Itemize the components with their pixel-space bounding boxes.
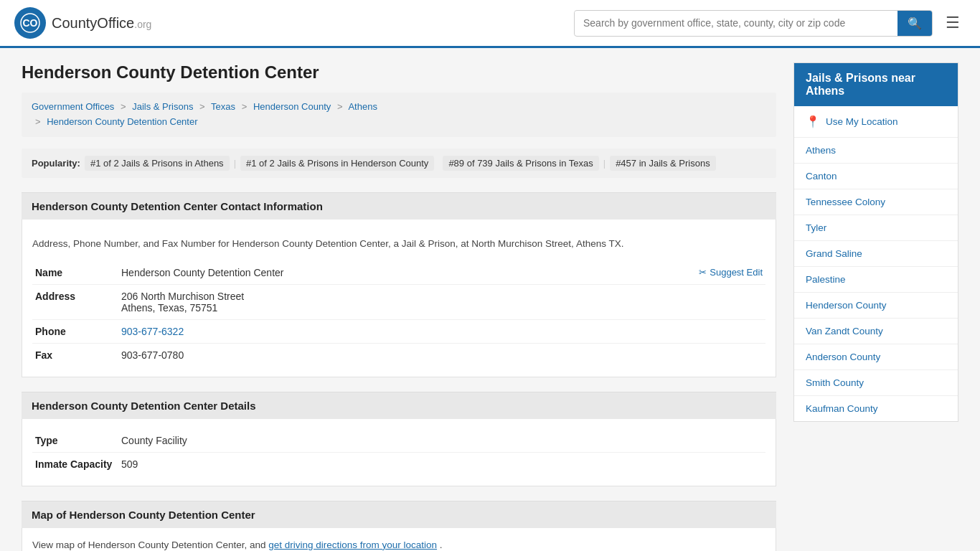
map-description: View map of Henderson County Detention C…	[32, 538, 765, 551]
pop-divider-2: |	[603, 158, 606, 169]
contact-section-body: Address, Phone Number, and Fax Number fo…	[22, 220, 776, 377]
contact-description: Address, Phone Number, and Fax Number fo…	[32, 230, 765, 261]
svg-text:CO: CO	[23, 17, 38, 29]
popularity-item-2: #1 of 2 Jails & Prisons in Henderson Cou…	[240, 156, 434, 171]
address-value: 206 North Murchison Street Athens, Texas…	[118, 284, 765, 319]
menu-icon[interactable]: ☰	[940, 11, 966, 35]
popularity-item-4: #457 in Jails & Prisons	[610, 156, 716, 171]
driving-directions-link[interactable]: get driving directions from your locatio…	[268, 540, 437, 550]
sidebar-item-athens[interactable]: Athens	[794, 138, 958, 164]
contact-info-table: Name Henderson County Detention Center ✂…	[32, 261, 765, 367]
table-row: Phone 903-677-6322	[32, 319, 765, 343]
sidebar-box: Jails & Prisons near Athens 📍 Use My Loc…	[793, 62, 958, 422]
sidebar: Jails & Prisons near Athens 📍 Use My Loc…	[793, 62, 958, 551]
details-section-body: Type County Facility Inmate Capacity 509	[22, 419, 776, 486]
breadcrumb-sep: >	[199, 101, 205, 112]
phone-link[interactable]: 903-677-6322	[121, 326, 184, 337]
breadcrumb-item-athens[interactable]: Athens	[348, 101, 377, 112]
sidebar-item-kaufman-county[interactable]: Kaufman County	[794, 396, 958, 421]
search-input[interactable]	[575, 11, 897, 34]
capacity-value: 509	[118, 452, 765, 476]
type-value: County Facility	[118, 429, 765, 453]
breadcrumb-item-texas[interactable]: Texas	[211, 101, 235, 112]
sidebar-item-van-zandt-county[interactable]: Van Zandt County	[794, 319, 958, 344]
breadcrumb-sep: >	[35, 116, 41, 127]
breadcrumb-sep: >	[242, 101, 248, 112]
search-bar: 🔍	[574, 10, 933, 37]
breadcrumb-item-jails[interactable]: Jails & Prisons	[132, 101, 193, 112]
sidebar-item-henderson-county[interactable]: Henderson County	[794, 293, 958, 319]
capacity-label: Inmate Capacity	[32, 452, 118, 476]
search-button[interactable]: 🔍	[897, 11, 932, 36]
name-value: Henderson County Detention Center ✂ Sugg…	[118, 261, 765, 285]
search-icon: 🔍	[908, 17, 922, 29]
sidebar-item-tennessee-colony[interactable]: Tennessee Colony	[794, 189, 958, 215]
breadcrumb-item-henderson[interactable]: Henderson County	[253, 101, 331, 112]
breadcrumb-sep: >	[121, 101, 126, 112]
type-label: Type	[32, 429, 118, 453]
logo-text: CountyOffice.org	[52, 15, 151, 32]
fax-label: Fax	[32, 343, 118, 367]
sidebar-item-palestine[interactable]: Palestine	[794, 267, 958, 293]
breadcrumb: Government Offices > Jails & Prisons > T…	[22, 93, 776, 137]
sidebar-item-grand-saline[interactable]: Grand Saline	[794, 241, 958, 267]
breadcrumb-item-govt-offices[interactable]: Government Offices	[32, 101, 114, 112]
use-my-location-link[interactable]: 📍 Use My Location	[794, 106, 958, 138]
logo[interactable]: CO CountyOffice.org	[14, 7, 151, 39]
table-row: Address 206 North Murchison Street Athen…	[32, 284, 765, 319]
suggest-edit-button[interactable]: ✂ Suggest Edit	[699, 267, 763, 278]
table-row: Inmate Capacity 509	[32, 452, 765, 476]
page-title: Henderson County Detention Center	[22, 62, 776, 83]
popularity-item-3: #89 of 739 Jails & Prisons in Texas	[443, 156, 598, 171]
phone-value: 903-677-6322	[118, 319, 765, 343]
sidebar-item-canton[interactable]: Canton	[794, 164, 958, 189]
table-row: Fax 903-677-0780	[32, 343, 765, 367]
sidebar-title: Jails & Prisons near Athens	[794, 63, 958, 106]
details-section-header: Henderson County Detention Center Detail…	[22, 392, 776, 419]
map-section-body: View map of Henderson County Detention C…	[22, 528, 776, 551]
breadcrumb-item-current[interactable]: Henderson County Detention Center	[47, 116, 197, 127]
phone-label: Phone	[32, 319, 118, 343]
sidebar-item-anderson-county[interactable]: Anderson County	[794, 344, 958, 370]
details-info-table: Type County Facility Inmate Capacity 509	[32, 429, 765, 476]
popularity-item-1: #1 of 2 Jails & Prisons in Athens	[85, 156, 230, 171]
main-content: Henderson County Detention Center Govern…	[22, 62, 776, 551]
breadcrumb-sep: >	[337, 101, 343, 112]
contact-section-header: Henderson County Detention Center Contac…	[22, 192, 776, 220]
location-pin-icon: 📍	[806, 115, 820, 128]
popularity-label: Popularity:	[32, 158, 80, 169]
header-right: 🔍 ☰	[574, 10, 966, 37]
name-label: Name	[32, 261, 118, 285]
edit-icon: ✂	[699, 267, 707, 278]
address-label: Address	[32, 284, 118, 319]
fax-value: 903-677-0780	[118, 343, 765, 367]
popularity-bar: Popularity: #1 of 2 Jails & Prisons in A…	[22, 149, 776, 178]
logo-icon: CO	[14, 7, 46, 39]
table-row: Type County Facility	[32, 429, 765, 453]
sidebar-item-tyler[interactable]: Tyler	[794, 215, 958, 241]
sidebar-item-smith-county[interactable]: Smith County	[794, 370, 958, 396]
sidebar-links: AthensCantonTennessee ColonyTylerGrand S…	[794, 138, 958, 421]
pop-divider: |	[234, 158, 236, 169]
table-row: Name Henderson County Detention Center ✂…	[32, 261, 765, 285]
map-section-header: Map of Henderson County Detention Center	[22, 501, 776, 528]
